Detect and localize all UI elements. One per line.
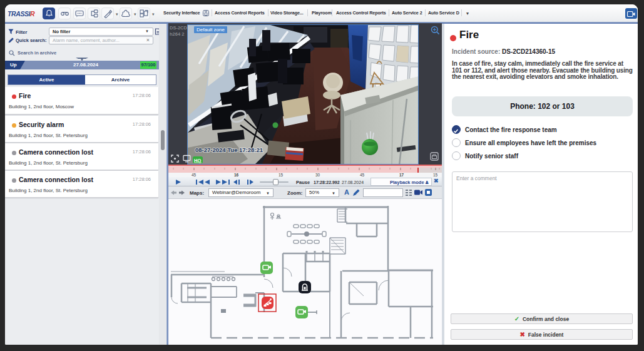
svg-text:08-27-2024 Tue 17:28:21: 08-27-2024 Tue 17:28:21 xyxy=(195,146,263,153)
